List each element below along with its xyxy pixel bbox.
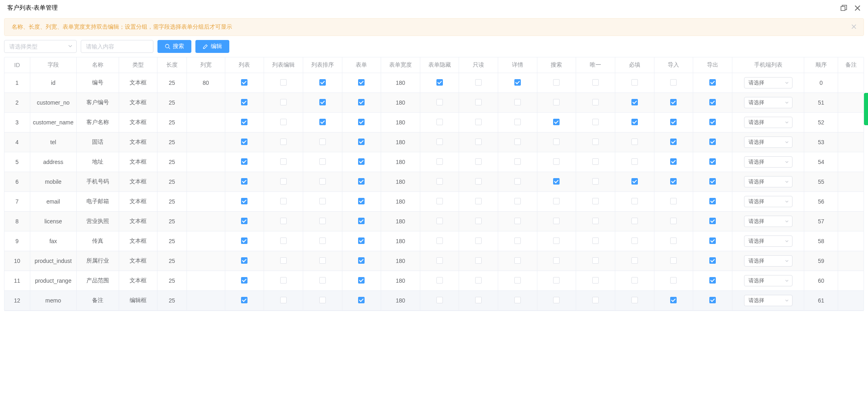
- mobile-select[interactable]: 请选择: [744, 275, 793, 286]
- checkbox[interactable]: [514, 198, 521, 204]
- checkbox[interactable]: [475, 139, 482, 145]
- checkbox[interactable]: [436, 237, 443, 244]
- checkbox[interactable]: [358, 237, 365, 244]
- checkbox[interactable]: [280, 139, 287, 145]
- mobile-select[interactable]: 请选择: [744, 295, 793, 306]
- checkbox[interactable]: [514, 119, 521, 125]
- checkbox[interactable]: [280, 198, 287, 204]
- checkbox[interactable]: [553, 79, 560, 86]
- checkbox[interactable]: [670, 257, 677, 264]
- checkbox[interactable]: [241, 99, 247, 105]
- checkbox[interactable]: [319, 119, 326, 125]
- checkbox[interactable]: [631, 297, 638, 303]
- checkbox[interactable]: [280, 158, 287, 165]
- checkbox[interactable]: [592, 198, 599, 204]
- mobile-select[interactable]: 请选择: [744, 97, 793, 108]
- checkbox[interactable]: [670, 99, 677, 105]
- mobile-select[interactable]: 请选择: [744, 77, 793, 88]
- checkbox[interactable]: [514, 297, 521, 303]
- checkbox[interactable]: [553, 257, 560, 264]
- edit-button[interactable]: 编辑: [195, 40, 229, 53]
- close-icon[interactable]: [854, 5, 861, 11]
- checkbox[interactable]: [709, 119, 716, 125]
- checkbox[interactable]: [319, 178, 326, 185]
- mobile-select[interactable]: 请选择: [744, 117, 793, 128]
- mobile-select[interactable]: 请选择: [744, 137, 793, 148]
- checkbox[interactable]: [241, 257, 247, 264]
- checkbox[interactable]: [280, 218, 287, 224]
- checkbox[interactable]: [631, 237, 638, 244]
- mobile-select[interactable]: 请选择: [744, 255, 793, 267]
- checkbox[interactable]: [241, 139, 247, 145]
- checkbox[interactable]: [436, 119, 443, 125]
- checkbox[interactable]: [475, 178, 482, 185]
- checkbox[interactable]: [670, 237, 677, 244]
- checkbox[interactable]: [670, 139, 677, 145]
- checkbox[interactable]: [280, 257, 287, 264]
- alert-close-icon[interactable]: [851, 24, 856, 30]
- checkbox[interactable]: [592, 119, 599, 125]
- checkbox[interactable]: [670, 297, 677, 303]
- checkbox[interactable]: [553, 297, 560, 303]
- checkbox[interactable]: [319, 297, 326, 303]
- checkbox[interactable]: [631, 139, 638, 145]
- checkbox[interactable]: [475, 277, 482, 284]
- checkbox[interactable]: [514, 99, 521, 105]
- checkbox[interactable]: [592, 99, 599, 105]
- checkbox[interactable]: [358, 257, 365, 264]
- mobile-select[interactable]: 请选择: [744, 156, 793, 168]
- checkbox[interactable]: [319, 79, 326, 86]
- checkbox[interactable]: [241, 79, 247, 86]
- checkbox[interactable]: [436, 99, 443, 105]
- checkbox[interactable]: [553, 158, 560, 165]
- checkbox[interactable]: [475, 79, 482, 86]
- checkbox[interactable]: [514, 139, 521, 145]
- checkbox[interactable]: [592, 277, 599, 284]
- type-select[interactable]: [4, 40, 77, 53]
- checkbox[interactable]: [358, 79, 365, 86]
- checkbox[interactable]: [241, 198, 247, 204]
- checkbox[interactable]: [319, 139, 326, 145]
- checkbox[interactable]: [553, 198, 560, 204]
- checkbox[interactable]: [592, 297, 599, 303]
- checkbox[interactable]: [631, 99, 638, 105]
- checkbox[interactable]: [319, 218, 326, 224]
- checkbox[interactable]: [709, 79, 716, 86]
- checkbox[interactable]: [709, 297, 716, 303]
- checkbox[interactable]: [514, 257, 521, 264]
- checkbox[interactable]: [514, 277, 521, 284]
- checkbox[interactable]: [514, 178, 521, 185]
- checkbox[interactable]: [592, 158, 599, 165]
- checkbox[interactable]: [436, 178, 443, 185]
- checkbox[interactable]: [514, 158, 521, 165]
- checkbox[interactable]: [592, 218, 599, 224]
- checkbox[interactable]: [553, 99, 560, 105]
- checkbox[interactable]: [631, 198, 638, 204]
- checkbox[interactable]: [358, 297, 365, 303]
- checkbox[interactable]: [319, 198, 326, 204]
- checkbox[interactable]: [280, 277, 287, 284]
- checkbox[interactable]: [436, 297, 443, 303]
- search-button[interactable]: 搜索: [157, 40, 191, 53]
- checkbox[interactable]: [436, 277, 443, 284]
- checkbox[interactable]: [709, 277, 716, 284]
- checkbox[interactable]: [241, 218, 247, 224]
- checkbox[interactable]: [670, 277, 677, 284]
- checkbox[interactable]: [319, 158, 326, 165]
- checkbox[interactable]: [631, 277, 638, 284]
- checkbox[interactable]: [358, 277, 365, 284]
- checkbox[interactable]: [709, 257, 716, 264]
- checkbox[interactable]: [475, 99, 482, 105]
- checkbox[interactable]: [280, 237, 287, 244]
- checkbox[interactable]: [436, 158, 443, 165]
- checkbox[interactable]: [709, 178, 716, 185]
- checkbox[interactable]: [631, 257, 638, 264]
- checkbox[interactable]: [319, 257, 326, 264]
- checkbox[interactable]: [670, 178, 677, 185]
- checkbox[interactable]: [709, 198, 716, 204]
- checkbox[interactable]: [358, 99, 365, 105]
- checkbox[interactable]: [709, 99, 716, 105]
- checkbox[interactable]: [670, 119, 677, 125]
- checkbox[interactable]: [280, 178, 287, 185]
- mobile-select[interactable]: 请选择: [744, 176, 793, 187]
